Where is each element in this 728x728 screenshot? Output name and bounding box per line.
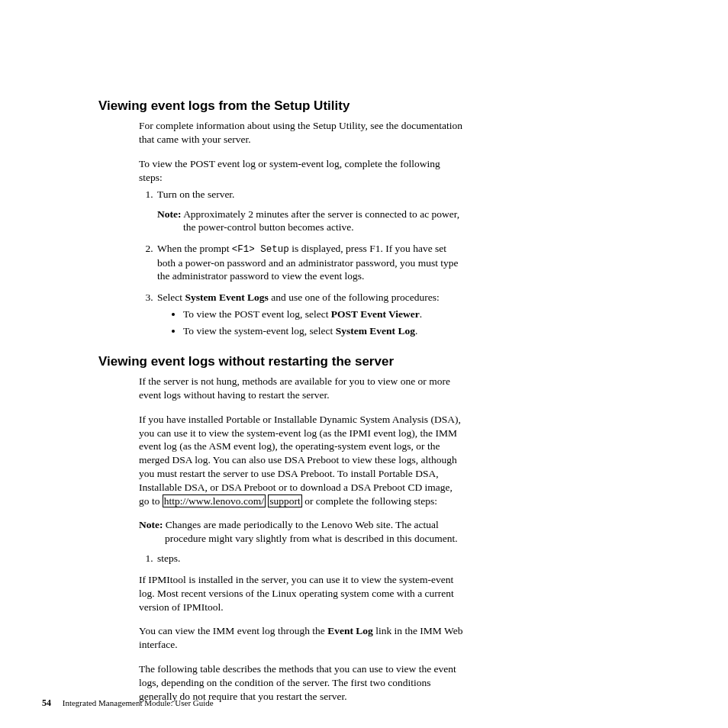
bullet-text: To view the POST event log, select xyxy=(183,308,331,320)
external-link[interactable]: http://www.lenovo.com/ xyxy=(163,494,266,507)
heading-setup-utility: Viewing event logs from the Setup Utilit… xyxy=(98,98,625,114)
bold-text: System Event Logs xyxy=(185,292,269,303)
step-text: Turn on the server. xyxy=(157,188,235,200)
mono-text: <F1> Setup xyxy=(232,244,289,255)
step-item: steps. xyxy=(156,552,463,565)
para-text: If you have installed Portable or Instal… xyxy=(139,414,461,507)
step-text: and use one of the following procedures: xyxy=(269,292,440,303)
para-text: You can view the IMM event log through t… xyxy=(139,625,327,636)
bold-text: System Event Log xyxy=(336,325,415,337)
heading-without-restart: Viewing event logs without restarting th… xyxy=(98,353,625,370)
note-label: Note: xyxy=(139,519,163,530)
list-item: To view the system-event log, select Sys… xyxy=(183,324,463,338)
para: To view the POST event log or system-eve… xyxy=(139,157,463,185)
para: If the server is not hung, methods are a… xyxy=(139,375,463,402)
bold-text: Event Log xyxy=(327,625,373,636)
bullet-text: To view the system-event log, select xyxy=(183,325,336,337)
note: Note: Changes are made periodically to t… xyxy=(139,518,463,546)
note-label: Note: xyxy=(157,208,181,220)
bold-text: POST Event Viewer xyxy=(331,308,420,320)
note-text: Changes are made periodically to the Len… xyxy=(165,519,458,544)
sub-bullets: To view the POST event log, select POST … xyxy=(157,308,463,338)
doc-title: Integrated Management Module: User Guide xyxy=(63,698,214,707)
para-text: or complete the following steps: xyxy=(302,495,437,507)
para: You can view the IMM event log through t… xyxy=(139,624,463,652)
ordered-steps: Turn on the server. Note: Approximately … xyxy=(139,188,463,338)
step-text: Select xyxy=(157,292,185,303)
step-text: steps. xyxy=(157,552,180,564)
step-item: Select System Event Logs and use one of … xyxy=(156,291,463,337)
bullet-text: . xyxy=(415,325,417,337)
step-text: When the prompt xyxy=(157,243,232,254)
page-footer: 54 Integrated Management Module: User Gu… xyxy=(42,697,214,710)
external-link[interactable]: support xyxy=(268,494,302,507)
step-item: When the prompt <F1> Setup is displayed,… xyxy=(156,242,463,283)
step-item: Turn on the server. Note: Approximately … xyxy=(156,188,463,234)
list-item: To view the POST event log, select POST … xyxy=(183,308,463,321)
para: For complete information about using the… xyxy=(139,119,463,147)
page-number: 54 xyxy=(42,697,51,708)
bullet-text: . xyxy=(420,308,422,320)
para: If you have installed Portable or Instal… xyxy=(139,413,463,508)
note-text: Approximately 2 minutes after the server… xyxy=(183,208,459,234)
ordered-steps: steps. xyxy=(139,552,463,565)
note: Note: Approximately 2 minutes after the … xyxy=(157,208,463,235)
para: If IPMItool is installed in the server, … xyxy=(139,573,463,614)
